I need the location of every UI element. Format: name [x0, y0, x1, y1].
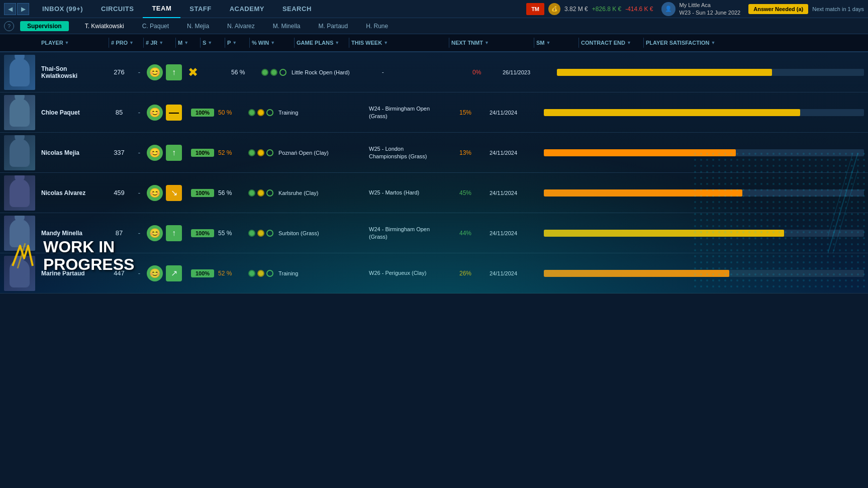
col-win-header[interactable]: % WIN ▼	[252, 40, 292, 46]
current-event: Karlsruhe (Clay)	[278, 190, 369, 196]
user-date: W23 - Sun 12 June 2022	[680, 9, 741, 16]
col-thisweek-header[interactable]: THIS WEEK ▼	[351, 40, 447, 46]
dots-group	[248, 230, 273, 237]
nav-circuits[interactable]: CIRCUITS	[92, 0, 143, 18]
pro-sort-icon: ▼	[129, 40, 134, 45]
table-row[interactable]: Thai-Son Kwiatkowski 276 - 😊 ↑ ✖ 56 % Li…	[0, 52, 868, 92]
col-sm-header[interactable]: SM ▼	[536, 40, 576, 46]
win-pct: 56 %	[218, 189, 244, 197]
contract-end: 24/11/2024	[490, 190, 540, 196]
next-tournament: W24 - Birmingham Open (Grass)	[369, 226, 459, 240]
win-pct: 52 %	[218, 149, 244, 156]
supervision-button[interactable]: Supervision	[20, 21, 69, 31]
tab-kwiatkowski[interactable]: T. Kwiatkowski	[77, 18, 132, 34]
sm-pct: 13%	[459, 149, 490, 156]
satisfaction-bar-container	[557, 69, 864, 76]
satisfaction-bar-container	[544, 149, 864, 156]
pct-badge: 100%	[191, 229, 214, 237]
col-gp-header[interactable]: GAME PLANS ▼	[297, 40, 347, 46]
mood-icon: 😊	[147, 145, 163, 161]
loss: -414.6 K €	[625, 6, 653, 13]
table-row[interactable]: Nicolas Alvarez 459 - 😊 ↘ 100% 56 % Karl…	[0, 173, 868, 213]
finance-area: TM 💰 3.82 M € +826.8 K € -414.6 K €	[526, 3, 653, 15]
special-icon	[185, 185, 188, 201]
win-sort-icon: ▼	[270, 40, 275, 45]
win-pct: 52 %	[218, 270, 244, 277]
mood-icon: 😊	[147, 265, 163, 281]
dot-2	[257, 149, 264, 156]
trend-icon[interactable]: ↑	[166, 225, 182, 241]
contract-end: 24/11/2024	[490, 110, 540, 116]
tab-mejia[interactable]: N. Mejia	[179, 18, 217, 34]
current-event: Training	[278, 270, 369, 276]
col-satisfaction-header[interactable]: PLAYER SATISFACTION ▼	[646, 40, 864, 46]
tab-partaud[interactable]: M. Partaud	[310, 18, 356, 34]
tm-logo: TM	[526, 3, 544, 15]
player-dash: -	[132, 149, 147, 156]
dot-3	[279, 69, 286, 76]
trend-icon[interactable]: —	[166, 105, 182, 121]
mood-icon: 😊	[147, 185, 163, 201]
col-pro-header[interactable]: # PRO ▼	[111, 40, 141, 46]
dots-group	[248, 149, 273, 156]
sm-pct: 45%	[459, 189, 490, 197]
player-photo	[4, 135, 35, 170]
col-m-header[interactable]: M ▼	[178, 40, 198, 46]
dot-1	[248, 270, 255, 277]
trend-icon[interactable]: ↑	[166, 64, 182, 80]
satisfaction-bar	[544, 230, 784, 237]
dots-group	[261, 69, 286, 76]
p-sort-icon: ▼	[232, 40, 237, 45]
sep3	[175, 38, 176, 48]
sep4	[200, 38, 201, 48]
nav-team[interactable]: TEAM	[143, 0, 180, 18]
contract-sort-icon: ▼	[627, 40, 631, 45]
tab-minella[interactable]: M. Minella	[265, 18, 309, 34]
help-icon[interactable]: ?	[4, 21, 14, 31]
tab-paquet[interactable]: C. Paquet	[134, 18, 177, 34]
answer-needed-button[interactable]: Answer Needed (a)	[748, 4, 808, 14]
nav-academy[interactable]: ACADEMY	[221, 0, 273, 18]
nav-search[interactable]: SEARCH	[273, 0, 321, 18]
player-sort-icon: ▼	[65, 40, 69, 45]
contract-end: 24/11/2024	[490, 270, 540, 276]
col-s-header[interactable]: S ▼	[203, 40, 223, 46]
col-jr-header[interactable]: # JR ▼	[146, 40, 173, 46]
next-tournament: -	[382, 68, 472, 75]
next-tournament: W25 - Martos (Hard)	[369, 189, 459, 196]
avatar: 👤	[661, 2, 676, 16]
special-icon	[185, 145, 188, 161]
tab-rune[interactable]: H. Rune	[358, 18, 396, 34]
sep5	[225, 38, 225, 48]
forward-arrow[interactable]: ▶	[17, 3, 29, 15]
coins-icon: 💰	[548, 3, 560, 15]
trend-icon[interactable]: ↗	[166, 265, 182, 281]
sm-pct: 26%	[459, 270, 490, 277]
table-row[interactable]: Nicolas Mejia 337 - 😊 ↑ 100% 52 % Poznań…	[0, 133, 868, 173]
pct-badge: 100%	[191, 189, 214, 197]
nav-staff[interactable]: STAFF	[180, 0, 220, 18]
back-arrow[interactable]: ◀	[4, 3, 16, 15]
dot-3	[266, 109, 273, 116]
col-player-header[interactable]: PLAYER ▼	[41, 40, 107, 46]
col-next-header[interactable]: NEXT TNMT ▼	[451, 40, 532, 46]
trend-icon[interactable]: ↑	[166, 145, 182, 161]
col-contract-header[interactable]: CONTRACT END ▼	[581, 40, 641, 46]
tab-alvarez[interactable]: N. Alvarez	[219, 18, 263, 34]
dots-group	[248, 189, 273, 197]
col-p-header[interactable]: P ▼	[227, 40, 247, 46]
dots-group	[248, 109, 273, 116]
trend-icon[interactable]: ↘	[166, 185, 182, 201]
watermark: WORK IN PROGRESS	[0, 228, 144, 283]
nav-inbox[interactable]: INBOX (99+)	[33, 0, 92, 18]
table-row[interactable]: Chloe Paquet 85 - 😊 — 100% 50 % Training…	[0, 92, 868, 133]
wip-text: WORK IN PROGRESS	[43, 238, 134, 273]
dot-2	[257, 230, 264, 237]
dot-3	[266, 149, 273, 156]
satisfaction-bar	[557, 69, 772, 76]
user-info: My Little Aca W23 - Sun 12 June 2022	[680, 2, 741, 16]
player-name: Chloe Paquet	[41, 109, 107, 116]
dot-1	[248, 189, 255, 197]
nav-arrows: ◀ ▶	[4, 3, 29, 15]
player-ranking: 337	[107, 149, 132, 156]
